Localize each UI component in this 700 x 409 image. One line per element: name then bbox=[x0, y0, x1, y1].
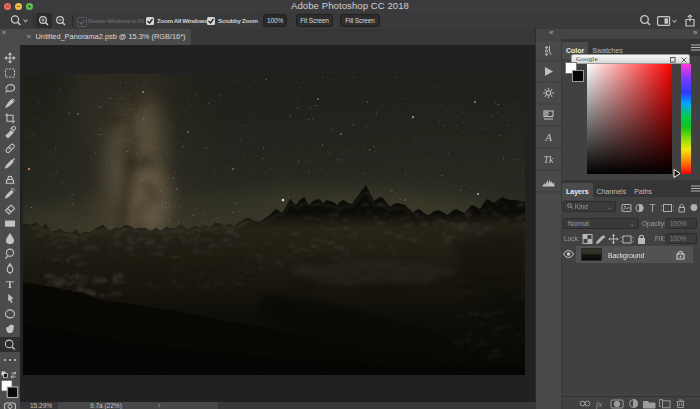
svg-text:A: A bbox=[544, 131, 552, 143]
svg-text:fx: fx bbox=[596, 399, 602, 409]
svg-text:Tk: Tk bbox=[544, 154, 555, 165]
svg-text:T: T bbox=[650, 202, 656, 213]
svg-text:T: T bbox=[6, 278, 14, 290]
